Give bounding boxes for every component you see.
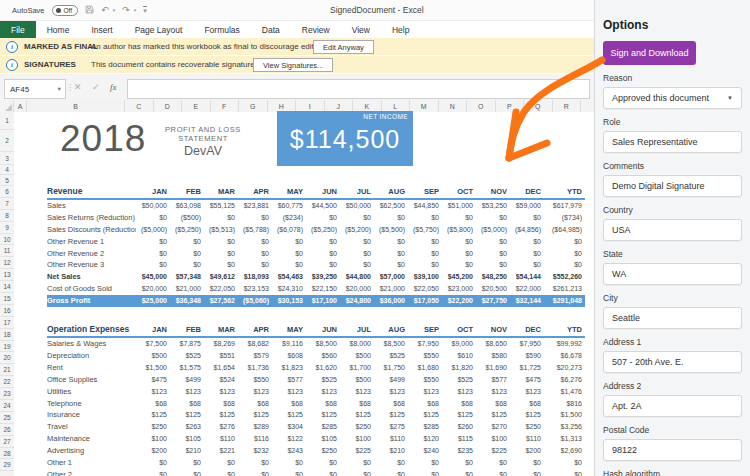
ribbon-tab-help[interactable]: Help	[381, 21, 420, 38]
cell-value[interactable]: $123	[476, 386, 510, 398]
cell-value[interactable]: $0	[510, 469, 544, 476]
cell-value[interactable]: $0	[238, 212, 272, 224]
table-row[interactable]: Travel$250$263$276$289$304$285$250$275$2…	[47, 421, 585, 433]
cell-value[interactable]: $23,153	[238, 283, 272, 295]
cell-value[interactable]: $100	[340, 433, 374, 445]
insert-function-icon[interactable]: fx	[110, 82, 117, 92]
column-header-F[interactable]: F	[211, 100, 240, 112]
cell-value[interactable]: $0	[170, 259, 204, 271]
column-header-C[interactable]: C	[125, 100, 154, 112]
cell-value[interactable]: $68	[442, 398, 476, 410]
address-1-input[interactable]: 507 - 20th Ave. E.	[603, 351, 742, 373]
cell-value[interactable]: $22,050	[204, 283, 238, 295]
table-row[interactable]: Other 1$0$0$0$0$0$0$0$0$0$0$0$0$0	[47, 457, 585, 469]
cell-value[interactable]: $0	[374, 457, 408, 469]
cell-value[interactable]: $17,100	[306, 295, 340, 307]
cell-value[interactable]: $0	[136, 457, 170, 469]
cell-value[interactable]: $125	[272, 409, 306, 421]
cell-value[interactable]: $0	[374, 236, 408, 248]
cell-value[interactable]: ($734)	[544, 212, 585, 224]
cell-value[interactable]: $0	[340, 248, 374, 260]
cell-value[interactable]: $0	[170, 469, 204, 476]
row-header-29[interactable]: 29	[0, 459, 14, 471]
cell-value[interactable]: $23,881	[238, 199, 272, 212]
cell-value[interactable]: $105	[170, 433, 204, 445]
row-header-17[interactable]: 17	[0, 317, 14, 329]
cell-value[interactable]: $0	[544, 259, 585, 271]
cell-value[interactable]: $1,680	[408, 362, 442, 374]
cell-value[interactable]: $22,000	[510, 283, 544, 295]
cell-value[interactable]: $0	[204, 457, 238, 469]
cell-value[interactable]: $0	[204, 236, 238, 248]
cell-value[interactable]: $0	[408, 457, 442, 469]
cell-value[interactable]: $0	[476, 457, 510, 469]
table-row[interactable]: Other Revenue 3$0$0$0$0$0$0$0$0$0$0$0$0$…	[47, 259, 585, 271]
cell-value[interactable]: $0	[476, 212, 510, 224]
cell-value[interactable]: $68	[340, 398, 374, 410]
cell-value[interactable]: $525	[306, 374, 340, 386]
cell-value[interactable]: $44,850	[408, 199, 442, 212]
column-header-R[interactable]: R	[553, 100, 582, 112]
cell-value[interactable]: $0	[340, 259, 374, 271]
cell-value[interactable]: $125	[136, 409, 170, 421]
cell-value[interactable]: $0	[306, 236, 340, 248]
cell-value[interactable]: $123	[408, 386, 442, 398]
name-box[interactable]: AF45 ▼	[4, 79, 66, 99]
cell-value[interactable]: $55,125	[204, 199, 238, 212]
cell-value[interactable]: $0	[340, 236, 374, 248]
cell-value[interactable]: $0	[374, 248, 408, 260]
row-header-9[interactable]: 9	[0, 222, 14, 234]
cell-value[interactable]: ($5,200)	[340, 224, 374, 236]
cell-value[interactable]: $53,250	[476, 199, 510, 212]
cell-value[interactable]: $0	[306, 469, 340, 476]
ribbon-tab-insert[interactable]: Insert	[80, 21, 123, 38]
row-header-20[interactable]: 20	[0, 352, 14, 364]
cell-value[interactable]: $1,500	[136, 362, 170, 374]
cell-value[interactable]: $0	[374, 469, 408, 476]
cell-value[interactable]: $68	[238, 398, 272, 410]
cell-value[interactable]: $580	[476, 350, 510, 362]
cell-value[interactable]: $0	[374, 259, 408, 271]
edit-anyway-button[interactable]: Edit Anyway	[313, 40, 374, 54]
cell-value[interactable]: $30,153	[272, 295, 306, 307]
cell-value[interactable]: $200	[510, 445, 544, 457]
cell-value[interactable]: $1,500	[544, 409, 585, 421]
row-header-14[interactable]: 14	[0, 281, 14, 293]
cell-value[interactable]: $7,950	[510, 337, 544, 350]
cell-value[interactable]: $57,348	[170, 271, 204, 283]
redo-caret-icon[interactable]: ▾	[134, 7, 137, 13]
cell-value[interactable]: $0	[238, 259, 272, 271]
cell-value[interactable]: $0	[408, 248, 442, 260]
ribbon-tab-view[interactable]: View	[341, 21, 381, 38]
row-header-19[interactable]: 19	[0, 341, 14, 353]
cell-value[interactable]: $125	[442, 409, 476, 421]
ribbon-tab-data[interactable]: Data	[251, 21, 291, 38]
cell-value[interactable]: $9,116	[272, 337, 306, 350]
cell-value[interactable]: $0	[374, 212, 408, 224]
cell-value[interactable]: $291,048	[544, 295, 585, 307]
cell-value[interactable]: $263	[170, 421, 204, 433]
cell-value[interactable]: ($4,856)	[510, 224, 544, 236]
row-header-11[interactable]: 11	[0, 245, 14, 257]
cell-value[interactable]: $8,269	[204, 337, 238, 350]
cell-value[interactable]: $250	[136, 421, 170, 433]
cell-value[interactable]: ($5,060)	[238, 295, 272, 307]
cell-value[interactable]: $225	[340, 445, 374, 457]
cell-value[interactable]: $110	[374, 433, 408, 445]
cell-value[interactable]: $27,750	[476, 295, 510, 307]
cell-value[interactable]: $123	[340, 386, 374, 398]
postal-code-input[interactable]: 98122	[603, 439, 742, 461]
city-input[interactable]: Seattle	[603, 307, 742, 329]
cell-value[interactable]: $68	[306, 398, 340, 410]
cell-value[interactable]: $525	[374, 350, 408, 362]
row-header-10[interactable]: 10	[0, 234, 14, 246]
cell-value[interactable]: $243	[272, 445, 306, 457]
cell-value[interactable]: $499	[374, 374, 408, 386]
cell-value[interactable]: $0	[272, 259, 306, 271]
cell-value[interactable]: $8,650	[476, 337, 510, 350]
cell-value[interactable]: $68	[408, 398, 442, 410]
cell-value[interactable]: $116	[238, 433, 272, 445]
ribbon-tab-home[interactable]: Home	[36, 21, 81, 38]
cell-value[interactable]: $250	[306, 445, 340, 457]
cell-value[interactable]: $54,144	[510, 271, 544, 283]
